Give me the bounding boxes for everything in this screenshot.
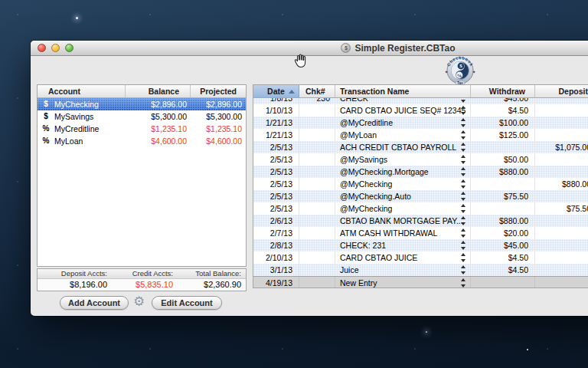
- cell-chk: [299, 141, 335, 153]
- stepper-down-icon[interactable]: [461, 259, 466, 262]
- register-row[interactable]: 2/6/13CBTAO BANK MORTGAGE PAY...$880.00: [253, 215, 588, 227]
- cell-chk: [299, 227, 335, 239]
- cell-date: 2/5/13: [253, 166, 299, 178]
- register-row[interactable]: 2/5/13@MyChecking$880.00: [253, 178, 588, 190]
- column-header-date[interactable]: Date: [253, 85, 299, 97]
- minimize-button[interactable]: [51, 44, 60, 52]
- register-row[interactable]: 2/5/13@MyChecking$75.50: [253, 202, 588, 215]
- cell-deposit: [535, 239, 588, 251]
- register-row[interactable]: 2/5/13@MySavings$50.00: [253, 153, 588, 166]
- column-header-account[interactable]: Account: [38, 85, 126, 97]
- stepper-up-icon[interactable]: [461, 155, 466, 158]
- column-header-projected[interactable]: Projected: [191, 85, 246, 97]
- register-row[interactable]: 2/5/13@MyChecking.Mortgage$880.00: [253, 166, 588, 178]
- stepper-down-icon[interactable]: [461, 210, 466, 213]
- stepper-control[interactable]: [459, 228, 466, 238]
- column-header-chk[interactable]: Chk#: [299, 85, 335, 97]
- cell-chk: [299, 117, 335, 129]
- stepper-control[interactable]: [459, 241, 466, 250]
- stepper-up-icon[interactable]: [461, 118, 466, 121]
- account-row[interactable]: $MyChecking$2,896.00$2,896.00: [38, 98, 246, 110]
- stepper-down-icon[interactable]: [461, 112, 466, 115]
- register-row[interactable]: 1/21/13@MyLoan$125.00: [253, 129, 588, 141]
- stepper-down-icon[interactable]: [461, 247, 466, 250]
- stepper-down-icon[interactable]: [461, 149, 466, 152]
- add-account-button[interactable]: Add Account: [60, 296, 129, 310]
- stepper-up-icon[interactable]: [461, 253, 466, 256]
- stepper-down-icon[interactable]: [461, 124, 466, 127]
- stepper-down-icon[interactable]: [461, 235, 466, 238]
- account-balance: $1,235.10: [126, 123, 191, 135]
- close-button[interactable]: [38, 44, 46, 52]
- cell-date: 3/1/13: [253, 264, 299, 276]
- stepper-down-icon[interactable]: [461, 222, 466, 225]
- stepper-up-icon[interactable]: [461, 192, 466, 195]
- cell-withdraw: [471, 141, 535, 153]
- stepper-control[interactable]: [459, 278, 466, 288]
- register-row[interactable]: 2/10/13CARD CBTAO JUICE$4.50: [253, 251, 588, 264]
- register-row[interactable]: 2/8/13CHECK: 231$45.00: [253, 239, 588, 251]
- register-row[interactable]: 2/5/13ACH CREDIT CBTAO PAYROLL$1,075.00: [253, 141, 588, 153]
- stepper-down-icon[interactable]: [461, 100, 466, 103]
- stepper-up-icon[interactable]: [461, 106, 466, 109]
- account-type-icon: %: [38, 123, 54, 135]
- stepper-control[interactable]: [459, 106, 466, 115]
- register-row[interactable]: 1/8/13230CHECK$45.00: [253, 98, 588, 104]
- stepper-control[interactable]: [459, 192, 466, 201]
- register-scroll-area[interactable]: 1/8/13230CHECK$45.001/10/13CARD CBTAO JU…: [253, 98, 588, 288]
- gear-icon[interactable]: ⚙: [133, 294, 145, 310]
- account-row[interactable]: %MyCreditline$1,235.10$1,235.10: [38, 123, 246, 135]
- account-row[interactable]: $MySavings$5,300.00$5,300.00: [38, 110, 246, 123]
- stepper-down-icon[interactable]: [461, 186, 466, 189]
- stepper-control[interactable]: [459, 167, 466, 176]
- cell-date: 1/10/13: [253, 104, 299, 117]
- stepper-control[interactable]: [459, 130, 466, 140]
- register-row[interactable]: 1/10/13CARD CBTAO JUICE SEQ# 12345$4.50: [253, 104, 588, 117]
- stepper-up-icon[interactable]: [461, 167, 466, 170]
- stepper-down-icon[interactable]: [461, 198, 466, 201]
- cell-chk: [299, 104, 335, 117]
- stepper-control[interactable]: [459, 216, 466, 225]
- stepper-up-icon[interactable]: [461, 216, 466, 219]
- stepper-up-icon[interactable]: [461, 228, 466, 232]
- register-row[interactable]: 3/1/13Juice$4.50: [253, 264, 588, 276]
- register-row[interactable]: 2/7/13ATM CASH WITHDRAWAL$20.00: [253, 227, 588, 239]
- stepper-up-icon[interactable]: [461, 265, 466, 268]
- stepper-control[interactable]: [459, 155, 466, 164]
- account-projected: $1,235.10: [191, 123, 246, 135]
- stepper-up-icon[interactable]: [461, 204, 466, 207]
- zoom-button[interactable]: [65, 44, 74, 52]
- stepper-control[interactable]: [459, 143, 466, 152]
- stepper-down-icon[interactable]: [461, 173, 466, 176]
- stepper-control[interactable]: [459, 253, 466, 262]
- title-bar[interactable]: $ Simple Register.CBTao: [31, 41, 588, 56]
- cell-withdraw: $125.00: [471, 129, 535, 141]
- stepper-control[interactable]: [459, 265, 466, 274]
- stepper-control[interactable]: [459, 98, 466, 103]
- cell-deposit: $1,075.00: [535, 141, 588, 153]
- account-type-icon: $: [38, 110, 54, 123]
- register-row[interactable]: 2/5/13@MyChecking.Auto$75.50: [253, 190, 588, 202]
- column-header-balance[interactable]: Balance: [126, 85, 191, 97]
- stepper-up-icon[interactable]: [461, 278, 466, 281]
- edit-account-button[interactable]: Edit Account: [152, 296, 222, 310]
- account-row[interactable]: %MyLoan$4,600.00$4,600.00: [38, 135, 246, 147]
- account-name: MySavings: [54, 110, 126, 123]
- column-header-deposit[interactable]: Deposit: [535, 85, 588, 97]
- stepper-control[interactable]: [459, 179, 466, 189]
- stepper-up-icon[interactable]: [461, 130, 466, 133]
- app-icon: $: [341, 43, 351, 53]
- stepper-down-icon[interactable]: [461, 271, 466, 274]
- column-header-transaction-name[interactable]: Transaction Name: [335, 85, 471, 97]
- stepper-down-icon[interactable]: [461, 161, 466, 164]
- stepper-control[interactable]: [459, 204, 466, 213]
- stepper-down-icon[interactable]: [461, 284, 466, 288]
- stepper-down-icon[interactable]: [461, 136, 466, 140]
- column-header-withdraw[interactable]: Withdraw: [471, 85, 535, 97]
- stepper-control[interactable]: [459, 118, 466, 127]
- register-row[interactable]: 1/21/13@MyCreditline$100.00: [253, 117, 588, 129]
- register-row[interactable]: 4/19/13New Entry: [253, 276, 588, 288]
- stepper-up-icon[interactable]: [461, 143, 466, 146]
- stepper-up-icon[interactable]: [461, 179, 466, 182]
- stepper-up-icon[interactable]: [461, 241, 466, 244]
